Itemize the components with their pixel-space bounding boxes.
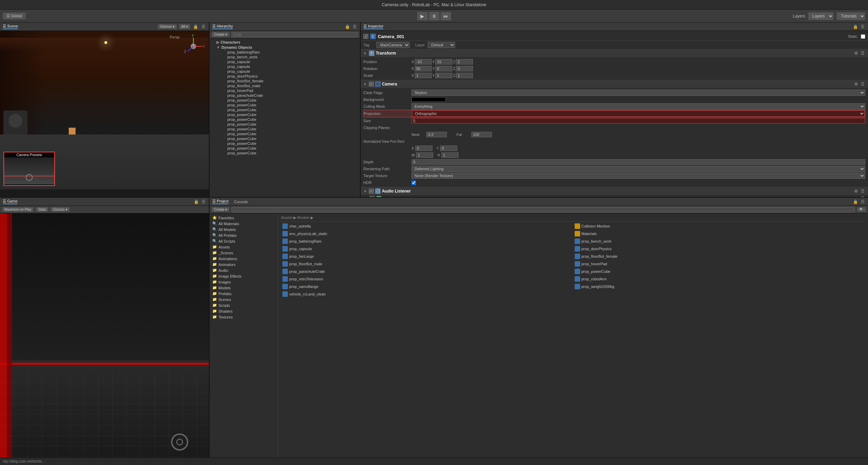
inspector-active-checkbox[interactable]: ✓ — [363, 34, 368, 39]
hier-item-capsule-1[interactable]: prop_capsule — [210, 59, 360, 64]
hier-characters[interactable]: ▶Characters — [210, 40, 360, 45]
proj-item-robot-arm[interactable]: prop_robotArm — [573, 276, 864, 282]
audio-listener-header[interactable]: ▼ ✓ 🔊 Audio Listener ⚙ ☰ — [361, 187, 868, 195]
proj-item-vehicle[interactable]: vehicle_rcLand_clean — [281, 291, 572, 297]
vignetting-checkbox[interactable]: ✓ — [370, 196, 374, 197]
hier-item-floorbot-female[interactable]: prop_floorBot_female — [210, 79, 360, 83]
images-subfolder[interactable]: 📁Images — [210, 279, 278, 285]
all-models-folder[interactable]: 🔍All Models — [210, 226, 278, 232]
audio-subfolder[interactable]: 📁Audio — [210, 267, 278, 273]
prefabs-subfolder[interactable]: 📁Prefabs — [210, 291, 278, 297]
inspector-menu-btn[interactable]: ☰ — [860, 24, 865, 29]
vp-y-field[interactable] — [440, 146, 457, 151]
background-color-swatch[interactable] — [412, 97, 446, 102]
depth-field[interactable] — [412, 159, 865, 165]
animators-subfolder[interactable]: 📁Animators — [210, 261, 278, 267]
stats-btn[interactable]: Stats — [36, 207, 48, 212]
tutorials-dropdown[interactable]: Tutorials — [836, 12, 865, 20]
vignetting-settings-btn[interactable]: ⚙ — [854, 196, 859, 197]
proj-item-materials[interactable]: Materials — [573, 231, 864, 237]
proj-item-powercube[interactable]: prop_powerCube — [573, 268, 864, 275]
vignetting-menu-btn[interactable]: ☰ — [860, 196, 865, 197]
models-subfolder[interactable]: 📁Models — [210, 285, 278, 291]
proj-item-fan-large[interactable]: prop_fanLarge — [281, 253, 572, 259]
hier-item-powercube-5[interactable]: prop_powerCube — [210, 117, 360, 122]
proj-item-bench-work[interactable]: prop_bench_work — [573, 238, 864, 244]
scene-tab[interactable]: ☰ Scene — [3, 24, 18, 29]
size-field[interactable] — [412, 118, 865, 124]
audio-active-checkbox[interactable]: ✓ — [369, 189, 374, 194]
hier-item-powercube-3[interactable]: prop_powerCube — [210, 107, 360, 112]
rot-x-field[interactable] — [415, 66, 432, 71]
rot-y-field[interactable] — [435, 66, 452, 71]
scene-all-btn[interactable]: All ▾ — [179, 24, 190, 29]
maximize-on-play-btn[interactable]: Maximize on Play — [2, 207, 34, 212]
near-field[interactable] — [426, 132, 447, 137]
hier-item-powercube-2[interactable]: prop_powerCube — [210, 103, 360, 107]
project-create-btn[interactable]: Create ▾ — [212, 207, 229, 212]
all-prefabs-folder[interactable]: 🔍All Prefabs — [210, 232, 278, 238]
proj-item-parachute-crate[interactable]: prop_parachuteCrate — [281, 268, 572, 275]
hier-item-floorbot-male[interactable]: prop_floorBot_male — [210, 83, 360, 88]
scale-y-field[interactable] — [435, 73, 452, 78]
shaders-subfolder[interactable]: 📁Shaders — [210, 308, 278, 314]
pos-x-field[interactable] — [415, 59, 432, 65]
hier-item-powercube-1[interactable]: prop_powerCube — [210, 98, 360, 103]
proj-item-hoverpad[interactable]: prop_hoverPad — [573, 261, 864, 267]
project-search[interactable] — [232, 207, 855, 212]
transform-component-header[interactable]: ▼ T Transform ⚙ ☰ — [361, 49, 868, 57]
proj-item-samoflange[interactable]: prop_samoflange — [281, 283, 572, 290]
proj-item-door-physics[interactable]: prop_doorPhysics — [573, 246, 864, 252]
proj-item-retro-tv[interactable]: prop_retroTelevision — [281, 276, 572, 282]
inspector-tab[interactable]: ☰ Inspector — [363, 24, 383, 29]
transform-settings-btn[interactable]: ⚙ — [854, 51, 859, 56]
proj-item-floorbot-male[interactable]: prop_floorBot_male — [281, 261, 572, 267]
camera-menu-btn[interactable]: ☰ — [860, 82, 865, 86]
audio-menu-btn[interactable]: ☰ — [860, 189, 865, 194]
rot-z-field[interactable] — [456, 66, 473, 71]
hier-item-bench-work[interactable]: prop_bench_work — [210, 55, 360, 59]
game-menu-btn[interactable]: ☰ — [201, 199, 206, 204]
scene-gizmos-btn[interactable]: Gizmos ▾ — [158, 24, 177, 29]
tag-dropdown[interactable]: MainCamera — [376, 42, 410, 48]
hierarchy-create-btn[interactable]: Create ▾ — [212, 32, 229, 37]
camera-settings-btn[interactable]: ⚙ — [854, 82, 859, 86]
project-search-btn[interactable]: 🔍 — [857, 207, 866, 212]
step-button[interactable]: ⏭ — [440, 12, 451, 21]
hier-item-battering-ram[interactable]: prop_batteringRam — [210, 50, 360, 55]
hier-item-capsule-2[interactable]: prop_capsule — [210, 64, 360, 69]
layers-dropdown[interactable]: Layers — [808, 12, 834, 20]
hier-item-powercube-7[interactable]: prop_powerCube — [210, 127, 360, 131]
camera-component-header[interactable]: ▼ ✓ 🎥 Camera ⚙ ☰ — [361, 80, 868, 88]
hier-item-powercube-10[interactable]: prop_powerCube — [210, 141, 360, 146]
proj-item-floorbot-female[interactable]: prop_floorBot_female — [573, 253, 864, 259]
proj-item-char-astrella[interactable]: char_astrella — [281, 223, 572, 229]
target-texture-dropdown[interactable]: None (Render Texture) — [412, 173, 865, 179]
hier-item-parachute[interactable]: prop_parachuteCrate — [210, 93, 360, 98]
proj-item-env-physics[interactable]: env_physicsLab_static — [281, 231, 572, 237]
all-scripts-folder[interactable]: 🔍All Scripts — [210, 238, 278, 244]
transform-menu-btn[interactable]: ☰ — [860, 51, 865, 56]
hier-item-powercube-9[interactable]: prop_powerCube — [210, 136, 360, 141]
pos-y-field[interactable] — [435, 59, 452, 65]
audio-settings-btn[interactable]: ⚙ — [854, 189, 859, 194]
projection-dropdown[interactable]: Orthographic — [412, 111, 865, 117]
console-tab[interactable]: Console — [234, 200, 248, 204]
scenesdir-subfolder[interactable]: 📁Scenes — [210, 297, 278, 302]
camera-active-checkbox[interactable]: ✓ — [369, 82, 374, 86]
hier-dynamic-objects[interactable]: ▼Dynamic Objects — [210, 45, 360, 50]
culling-mask-dropdown[interactable]: Everything — [412, 103, 865, 109]
global-button[interactable]: ☰ Global — [3, 12, 26, 20]
rendering-path-dropdown[interactable]: Deferred Lighting — [412, 166, 865, 172]
proj-item-weight[interactable]: prop_weight1000kg — [573, 283, 864, 290]
textures-subfolder[interactable]: 📁Textures — [210, 314, 278, 320]
project-lock-btn[interactable]: 🔒 — [852, 199, 859, 204]
vp-x-field[interactable] — [415, 146, 432, 151]
inspector-lock-btn[interactable]: 🔒 — [852, 24, 859, 29]
scenes-subfolder[interactable]: 📁_Scenes — [210, 250, 278, 256]
scale-x-field[interactable] — [415, 73, 432, 78]
hierarchy-tab[interactable]: ☰ Hierarchy — [212, 24, 233, 29]
image-effects-subfolder[interactable]: 📁Image Effects — [210, 273, 278, 279]
scripts-subfolder[interactable]: 📁Scripts — [210, 302, 278, 308]
scale-z-field[interactable] — [456, 73, 473, 78]
